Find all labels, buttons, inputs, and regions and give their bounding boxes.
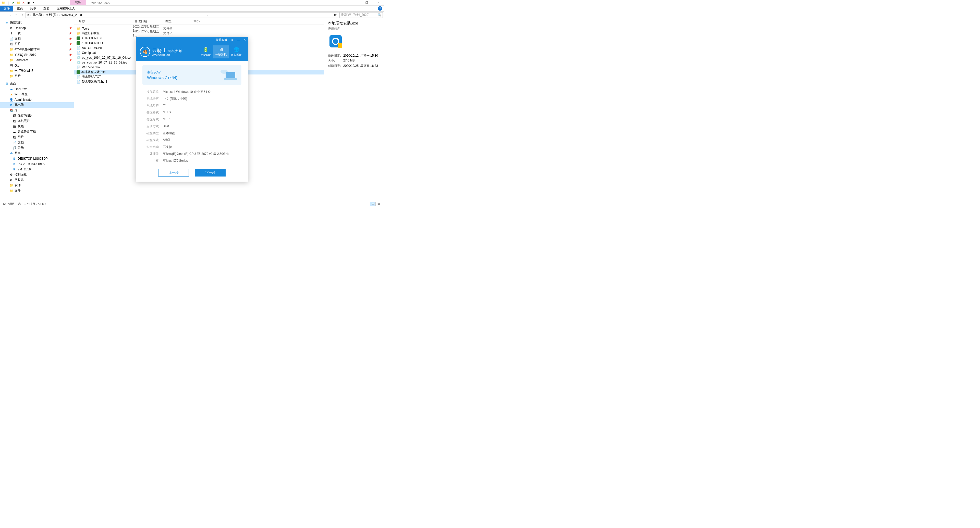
sidebar-item[interactable]: 🗑回收站 [0,177,74,182]
sidebar-item[interactable]: 🖼图片📌 [0,41,74,47]
icons-view-button[interactable]: ▦ [375,202,381,206]
network-header[interactable]: 🖧 网络 [0,151,74,156]
view-mode-buttons: ☰ ▦ [370,202,381,206]
column-size[interactable]: 大小 [191,19,212,24]
sidebar-item[interactable]: 📁软件 [0,182,74,188]
sidebar-item[interactable]: 📄文档 [0,140,74,145]
tab-share[interactable]: 共享 [27,6,40,11]
ribbon-expand-icon[interactable]: ⌄ [369,6,376,11]
installer-close-button[interactable]: ✕ [242,38,247,41]
next-step-button[interactable]: 下一步 [195,169,226,176]
checkmark-icon[interactable]: ✔ [11,1,15,5]
navigation-pane[interactable]: ★ 快速访问 🖥Desktop📌⬇下载📌📄文档📌🖼图片📌📁excel表格制作求和… [0,18,74,202]
nav-item-label: PC-20190530OBLA [18,162,45,166]
crumb-folder[interactable]: Win7x64_2020 [60,13,83,17]
crumb-this-pc[interactable]: 此电脑 [32,13,43,17]
info-value: 英特尔(R) Xeon(R) CPU E5-2670 v2 @ 2.50GHz [163,152,229,156]
banner-line1: 准备安装: [147,70,177,75]
chevron-right-icon[interactable]: › [30,14,31,16]
sidebar-item[interactable]: 📁Bandicam📌 [0,57,74,63]
installer-buttons: 上一步 下一步 [142,169,242,176]
maximize-button[interactable]: ❐ [361,0,372,6]
sidebar-item[interactable]: 🖼图片 [0,135,74,140]
desktop-header[interactable]: 🖥 桌面 [0,81,74,86]
sidebar-item[interactable]: ☁OneDrive [0,86,74,92]
installer-nav-item[interactable]: 🔋启动U盘 [198,45,213,59]
brand-suffix: 装机大师 [168,49,182,53]
sidebar-item[interactable]: 📁excel表格制作求和📌 [0,47,74,52]
close-button[interactable]: ✕ [372,0,384,6]
sidebar-item[interactable]: 🖼保存的图片 [0,113,74,118]
sidebar-item[interactable]: 👤Administrator [0,97,74,102]
installer-minimize-button[interactable]: — [236,38,241,41]
nav-item-label: 本机照片 [18,119,30,123]
prev-step-button[interactable]: 上一步 [158,169,189,176]
recent-dropdown-icon[interactable]: ▾ [13,12,19,18]
chevron-right-icon[interactable]: › [43,14,44,16]
brand-url: www.yunqishi.net [152,54,182,56]
info-value: 中文 (简体，中国) [163,97,187,101]
sidebar-item[interactable]: 💾G:\ [0,63,74,68]
installer-nav-item[interactable]: 🌐官方网址 [229,45,244,59]
installer-menu-icon[interactable]: ≡ [230,38,235,41]
sidebar-item[interactable]: 📁文件 [0,188,74,193]
info-value: NTFS [163,111,171,115]
nav-item-label: Administrator [14,98,33,101]
back-button[interactable]: ← [1,12,6,18]
ribbon-context-tab[interactable]: 管理 [70,0,86,5]
nav-item-label: excel表格制作求和 [14,47,40,52]
up-button[interactable]: ↑ [19,12,25,18]
sidebar-item[interactable]: ☁天翼云盘下载 [0,129,74,135]
sidebar-item[interactable]: 🖥ZMT2019 [0,166,74,172]
chevron-right-icon[interactable]: › [59,14,60,16]
file-row[interactable]: 📁Tools2020/12/25, 星期五 1...文件夹 [74,26,324,31]
crumb-drive[interactable]: 文档 (E:) [45,13,59,17]
sidebar-item[interactable]: ⬇下载📌 [0,31,74,36]
tab-view[interactable]: 查看 [40,6,53,11]
sidebar-item[interactable]: 📁YUNQISHI2019📌 [0,52,74,57]
contact-support-link[interactable]: 联系客服 [216,38,227,42]
sidebar-item[interactable]: 🖥PC-20190530OBLA [0,161,74,166]
sidebar-item[interactable]: 🖥Desktop📌 [0,25,74,31]
sidebar-item[interactable]: 🎬视频 [0,124,74,129]
file-tab[interactable]: 文件 [0,6,13,11]
search-input[interactable]: 搜索"Win7x64_2020" 🔍 [339,12,383,18]
sidebar-item[interactable]: 📚库 [0,108,74,113]
svg-rect-3 [338,43,342,48]
file-row[interactable]: 📁U盘安装教程2020/12/25, 星期五 1...文件夹 [74,31,324,36]
delete-icon[interactable]: ✕ [21,1,25,5]
sidebar-item[interactable]: 🖥此电脑 [0,102,74,108]
search-icon[interactable]: 🔍 [378,13,382,17]
column-type[interactable]: 类型 [163,19,191,24]
sidebar-item[interactable]: 📁图片 [0,73,74,79]
dropdown-icon[interactable]: ▾ [32,1,36,5]
file-name: Win7x64.gho [82,65,100,69]
folder-icon[interactable]: 📁 [16,1,21,5]
dropdown-icon[interactable]: ⌄ [206,14,210,16]
minimize-button[interactable]: — [349,0,361,6]
file-type: 文件夹 [163,31,191,35]
sidebar-item[interactable]: 📄文档📌 [0,36,74,41]
details-view-button[interactable]: ☰ [370,202,375,206]
info-label: 系统语言 [142,97,159,101]
sidebar-item[interactable]: ⚙控制面板 [0,172,74,177]
breadcrumb[interactable]: 🖥 › 此电脑 › 文档 (E:) › Win7x64_2020 ⌄ ⟳ [25,12,339,18]
installer-titlebar: 联系客服 ≡ — ✕ [136,37,248,43]
tab-app-tools[interactable]: 应用程序工具 [53,6,79,11]
refresh-icon[interactable]: ⟳ [333,13,338,17]
desktop-icon: 🖥 [5,82,9,86]
tab-home[interactable]: 主页 [13,6,27,11]
nav-item-label: 图片 [18,135,24,139]
quick-access-header[interactable]: ★ 快速访问 [0,20,74,25]
sidebar-item[interactable]: 🎵音乐 [0,145,74,151]
help-icon[interactable]: ? [378,6,382,11]
properties-icon[interactable]: ◉ [27,1,30,5]
sidebar-item[interactable]: 📁win7重装win7 [0,68,74,73]
column-date[interactable]: 修改日期 [133,19,163,24]
column-name[interactable]: 名称 [74,19,133,24]
sidebar-item[interactable]: 🖼本机照片 [0,118,74,124]
sidebar-item[interactable]: ☁WPS网盘 [0,92,74,97]
installer-nav-item[interactable]: 🖥一键装机 [213,45,229,59]
forward-button[interactable]: → [7,12,13,18]
sidebar-item[interactable]: 🖥DESKTOP-LSSOEDP [0,156,74,161]
